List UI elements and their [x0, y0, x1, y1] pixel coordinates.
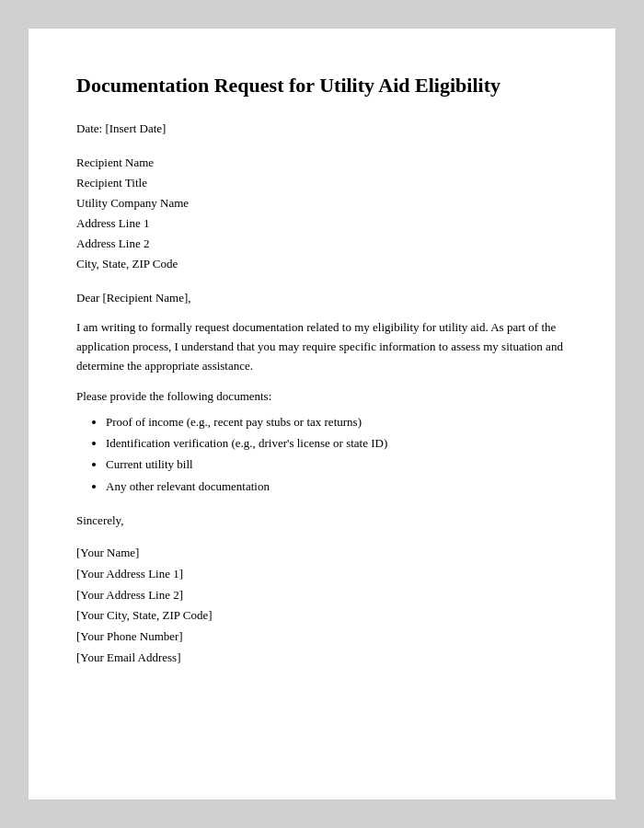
- recipient-block: Recipient Name Recipient Title Utility C…: [76, 153, 568, 275]
- recipient-address2: Address Line 2: [76, 234, 568, 254]
- closing: Sincerely,: [76, 513, 568, 528]
- document-title: Documentation Request for Utility Aid El…: [76, 73, 568, 99]
- date-line: Date: [Insert Date]: [76, 121, 568, 136]
- recipient-title: Recipient Title: [76, 173, 568, 193]
- document-list: Proof of income (e.g., recent pay stubs …: [106, 411, 568, 498]
- list-intro: Please provide the following documents:: [76, 389, 568, 404]
- list-item: Identification verification (e.g., drive…: [106, 432, 568, 454]
- body-paragraph: I am writing to formally request documen…: [76, 318, 568, 375]
- signature-name: [Your Name]: [76, 543, 568, 564]
- signature-block: [Your Name] [Your Address Line 1] [Your …: [76, 543, 568, 669]
- recipient-name: Recipient Name: [76, 153, 568, 173]
- signature-city-state-zip: [Your City, State, ZIP Code]: [76, 605, 568, 627]
- list-item: Current utility bill: [106, 454, 568, 475]
- salutation: Dear [Recipient Name],: [76, 291, 568, 305]
- signature-address1: [Your Address Line 1]: [76, 564, 568, 585]
- signature-email: [Your Email Address]: [76, 648, 568, 669]
- recipient-company: Utility Company Name: [76, 193, 568, 213]
- list-item: Any other relevant documentation: [106, 476, 568, 497]
- document-page: Documentation Request for Utility Aid El…: [28, 28, 616, 800]
- recipient-city-state-zip: City, State, ZIP Code: [76, 254, 568, 274]
- signature-phone: [Your Phone Number]: [76, 627, 568, 648]
- recipient-address1: Address Line 1: [76, 213, 568, 234]
- list-item: Proof of income (e.g., recent pay stubs …: [106, 411, 568, 432]
- signature-address2: [Your Address Line 2]: [76, 585, 568, 606]
